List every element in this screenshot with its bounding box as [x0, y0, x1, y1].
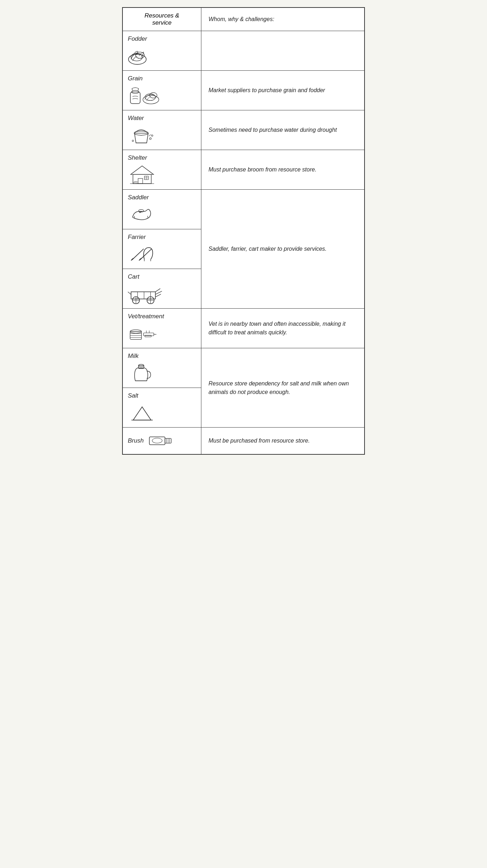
water-label: Water: [128, 115, 196, 122]
svg-line-5: [132, 89, 132, 90]
brush-description: Must be purchased from resource store.: [209, 437, 310, 445]
svg-line-39: [155, 294, 161, 297]
svg-point-8: [145, 94, 155, 101]
row-left-cart: Cart: [123, 269, 201, 308]
row-brush: Brush Must be purchased from resource st…: [123, 428, 364, 454]
vet-icon: [128, 322, 156, 344]
shelter-description: Must purchase broom from resource store.: [209, 165, 316, 174]
farrier-label: Farrier: [128, 234, 196, 241]
row-fodder: Fodder: [123, 31, 364, 71]
salt-icon: [128, 401, 156, 423]
header-cell-left: Resources & service: [123, 8, 201, 31]
shelter-icon-area: [128, 164, 196, 185]
svg-point-12: [151, 135, 153, 136]
merged-group-milk: Milk Salt: [123, 348, 364, 428]
cell-right-vet: Vet is in nearby town and often inaccess…: [201, 309, 364, 348]
water-icon: [128, 124, 156, 145]
brush-label: Brush: [128, 437, 144, 444]
vet-description: Vet is in nearby town and often inaccess…: [209, 320, 357, 337]
header-resources-label: Resources & service: [145, 12, 179, 26]
svg-line-37: [155, 289, 160, 292]
salt-label: Salt: [128, 392, 196, 399]
milk-icon-area: [128, 362, 196, 383]
fodder-label: Fodder: [128, 35, 196, 43]
merged-group-saddler: Saddler Farrier: [123, 190, 364, 309]
saddler-group-description: Saddler, farrier, cart maker to provide …: [209, 245, 327, 253]
row-left-saddler: Saddler: [123, 190, 201, 229]
brush-icon: [148, 432, 173, 450]
cell-left-vet: Vet/treatment: [123, 309, 201, 348]
brush-icon-area: [148, 432, 173, 450]
grain-icon: [128, 84, 164, 106]
cell-right-grain: Market suppliers to purchase grain and f…: [201, 71, 364, 110]
row-shelter: Shelter: [123, 150, 364, 190]
vet-icon-area: [128, 322, 196, 344]
main-table: Resources & service Whom, why & challeng…: [122, 7, 365, 455]
svg-rect-49: [145, 335, 151, 337]
svg-rect-26: [131, 292, 155, 299]
salt-icon-area: [128, 401, 196, 423]
svg-point-11: [150, 138, 151, 140]
saddler-icon: [128, 203, 156, 225]
grain-label: Grain: [128, 75, 196, 82]
milk-icon: [128, 362, 156, 383]
row-left-milk: Milk: [123, 348, 201, 388]
milk-label: Milk: [128, 353, 196, 360]
row-vet: Vet/treatment: [123, 309, 364, 348]
merged-left-milk: Milk Salt: [123, 348, 201, 427]
cell-left-water: Water: [123, 110, 201, 150]
svg-line-6: [138, 89, 139, 90]
saddler-label: Saddler: [128, 194, 196, 201]
svg-line-38: [155, 291, 162, 294]
merged-right-saddler: Saddler, farrier, cart maker to provide …: [201, 190, 364, 308]
farrier-icon: [128, 243, 156, 264]
farrier-icon-area: [128, 243, 196, 264]
row-left-farrier: Farrier: [123, 229, 201, 269]
cell-right-brush: Must be purchased from resource store.: [201, 428, 364, 454]
fodder-icon-area: [128, 45, 196, 66]
svg-point-58: [152, 438, 162, 443]
row-left-salt: Salt: [123, 388, 201, 427]
svg-rect-16: [138, 179, 143, 184]
cell-left-shelter: Shelter: [123, 150, 201, 189]
header-cell-right: Whom, why & challenges:: [201, 8, 364, 31]
vet-label: Vet/treatment: [128, 313, 196, 320]
merged-left-saddler: Saddler Farrier: [123, 190, 201, 308]
cell-right-water: Sometimes need to purchase water during …: [201, 110, 364, 150]
fodder-icon: [128, 45, 156, 66]
cart-icon-area: [128, 283, 196, 304]
header-row: Resources & service Whom, why & challeng…: [123, 8, 364, 31]
grain-icon-area: [128, 84, 196, 106]
row-water: Water Sometimes need to purchase: [123, 110, 364, 150]
cart-label: Cart: [128, 273, 196, 280]
merged-right-milk: Resource store dependency for salt and m…: [201, 348, 364, 427]
header-right-text: Whom, why & challenges:: [209, 15, 274, 24]
cell-left-grain: Grain: [123, 71, 201, 110]
svg-point-13: [132, 140, 134, 141]
water-icon-area: [128, 124, 196, 145]
saddler-icon-area: [128, 203, 196, 225]
svg-marker-14: [131, 166, 154, 174]
shelter-label: Shelter: [128, 154, 196, 161]
svg-line-36: [128, 292, 131, 294]
shelter-icon: [128, 164, 156, 185]
cart-icon: [128, 283, 164, 304]
water-description: Sometimes need to purchase water during …: [209, 126, 337, 134]
grain-description: Market suppliers to purchase grain and f…: [209, 86, 325, 95]
cell-right-shelter: Must purchase broom from resource store.: [201, 150, 364, 189]
row-grain: Grain: [123, 71, 364, 110]
cell-left-brush: Brush: [123, 428, 201, 454]
cell-left-fodder: Fodder: [123, 31, 201, 70]
milk-salt-description: Resource store dependency for salt and m…: [209, 379, 357, 396]
cell-right-fodder: [201, 31, 364, 70]
